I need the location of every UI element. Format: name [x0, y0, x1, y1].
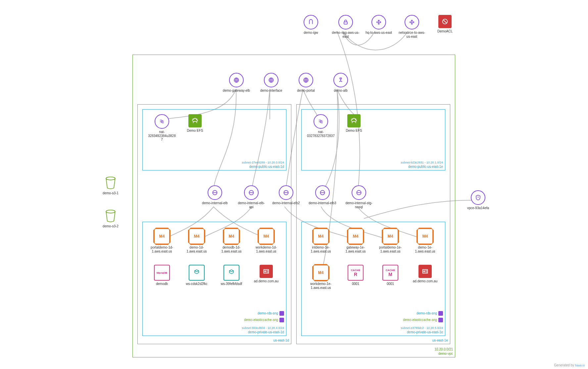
directory-1e[interactable]: ad.demo.com.au [411, 265, 440, 283]
cache-r[interactable]: CACHER 0001 [341, 265, 370, 286]
node-label: demo-internal-stg-nosql [344, 201, 373, 209]
elb-icon [315, 185, 330, 200]
ec2-work-1d[interactable]: M4 workdemo-1d-1.aws.east.us [252, 228, 281, 253]
node-label: portaldemo-1e-1.aws.east.us [376, 246, 405, 253]
node-label: nat-3283492384u38287 [147, 130, 176, 142]
svg-rect-7 [340, 78, 342, 79]
elb-int-api[interactable]: demo-internal-elb-api [237, 185, 266, 209]
node-label: demo-1e-1.aws.east.us [411, 246, 440, 253]
ec2-icon: M4 [382, 228, 398, 244]
s3b-label: demo-s3-2 [96, 224, 125, 228]
cache-icon: CACHER [348, 265, 364, 281]
arrows-icon [405, 15, 419, 29]
s3a-label: demo-s3-1 [96, 191, 125, 195]
node-label: portaldemo-1d-1.aws.east.us [147, 246, 176, 253]
elb-icon [352, 185, 366, 200]
workspace-icon [223, 265, 239, 281]
subnet-pub1-label: subnet-27es8289 - 10.20.0.0/24 demo-publ… [242, 161, 284, 169]
node-label: ad.demo.com.au [411, 279, 440, 283]
vpn1-node[interactable]: hq-to-aws-us-east [364, 15, 393, 35]
arrows-icon [371, 15, 386, 29]
elb-int-stg[interactable]: demo-internal-stg-nosql [344, 185, 373, 209]
directory-icon [260, 265, 273, 278]
ec2-demodb-1d[interactable]: M4 demodb-1d-1.aws.east.us [217, 228, 246, 253]
elb-int1[interactable]: demo-internal-elb [200, 185, 229, 205]
igw-icon [304, 15, 318, 29]
workspace-1[interactable]: ws-cdsk2d2fkc [182, 265, 211, 286]
s3a-node[interactable]: demo-s3-1 [96, 175, 125, 195]
acl-label: DemoACL [430, 29, 460, 33]
rds-sng-label: demo-rds-sng [416, 311, 443, 316]
node-label: demo-internal-elb3 [308, 201, 337, 205]
vpc-labels: 10.20.0.0/21 demo-vpc [434, 347, 453, 356]
ec2-demo-1e[interactable]: M4 demo-1e-1.aws.east.us [411, 228, 440, 253]
svg-point-14 [265, 271, 266, 272]
efs-icon [347, 114, 361, 127]
igw-node[interactable]: demo-igw [296, 15, 325, 35]
node-label: demo-gateway-elb [222, 89, 251, 93]
nat-icon [314, 114, 328, 129]
az1-label: us-east-1d [273, 339, 289, 343]
efs1-node[interactable]: Demo EFS [180, 114, 210, 133]
ec2-work-1e[interactable]: M4 workdemo-1e-1.aws.east.us [306, 265, 335, 290]
ec2-portal-1d[interactable]: M4 portaldemo-1d-1.aws.east.us [147, 228, 176, 253]
vpn2-label: netsource-to-aws-us-east [397, 31, 426, 38]
subnet-prv1-label: subnet-559cd604 - 10.20.4.0/24 demo-priv… [242, 326, 284, 334]
node-label: demo-alb [326, 89, 355, 93]
footer-brand-link[interactable]: hava.io [575, 364, 585, 367]
directory-icon [418, 265, 432, 278]
vpn2-node[interactable]: netsource-to-aws-us-east [397, 15, 426, 38]
alb-icon [333, 73, 348, 87]
node-label: demo-interface [257, 89, 286, 93]
ec2-icon: M4 [348, 228, 364, 244]
node-label: ad.demo.com.au [252, 279, 281, 283]
vpce-node[interactable]: vpce-93a14efa [464, 190, 493, 210]
vpg-node[interactable]: demo-vpg-aws-us-east [331, 15, 360, 38]
efs-icon [188, 114, 202, 127]
node-label: 0001 [341, 282, 370, 286]
mariadb-icon: MariaDB [154, 265, 170, 281]
elb-alb[interactable]: demo-alb [326, 73, 355, 93]
subnet-prv2-label: subnet-e3789dc2 - 10.20.5.0/24 demo-priv… [401, 326, 443, 334]
ec2-gateway-1e[interactable]: M4 gateway-1e-1.aws.east.us [341, 228, 370, 253]
node-label: workdemo-1e-1.aws.east.us [306, 282, 335, 290]
directory-1d[interactable]: ad.demo.com.au [252, 265, 281, 283]
cache-m[interactable]: CACHEM 0001 [376, 265, 405, 286]
endpoint-icon [471, 190, 485, 205]
efs2-node[interactable]: Demo EFS [339, 114, 368, 133]
elb-int3[interactable]: demo-internal-elb3 [308, 185, 337, 205]
ec2-icon: M4 [154, 228, 170, 244]
nat1-node[interactable]: nat-3283492384u38287 [147, 114, 176, 142]
elb-interface[interactable]: demo-interface [257, 73, 286, 93]
ec2-demo-1d[interactable]: M4 demo-1d-1.aws.east.us [182, 228, 211, 253]
node-label: workdemo-1d-1.aws.east.us [252, 246, 281, 253]
ec2-icon: M4 [258, 228, 274, 244]
subnet-pub2-label: subnet-b23c2831 - 10.20.1.0/24 demo-publ… [401, 161, 443, 169]
elb-portal[interactable]: demo-portal [291, 73, 320, 93]
node-label: demo-internal-elb [200, 201, 229, 205]
sng-swatch-icon [438, 318, 443, 322]
svg-point-3 [106, 210, 115, 213]
elb-icon [244, 185, 259, 200]
node-label: intdemo-1e-1.aws.east.us [306, 246, 335, 253]
bucket-icon [103, 175, 118, 190]
workspace-2[interactable]: ws-39fefkfdsdf [217, 265, 246, 286]
sng-swatch-icon [438, 311, 443, 316]
svg-point-16 [423, 271, 425, 272]
elb-gateway[interactable]: demo-gateway-elb [222, 73, 251, 93]
node-label: demo-portal [291, 89, 320, 93]
node-label: demo-internal-elb-api [237, 201, 266, 209]
node-label: Demo EFS [339, 129, 368, 133]
ec2-int-1e[interactable]: M4 intdemo-1e-1.aws.east.us [306, 228, 335, 253]
s3b-node[interactable]: demo-s3-2 [96, 208, 125, 228]
cache-sng-label: demo-elasticcache-sng [403, 318, 443, 322]
acl-node[interactable]: DemoACL [430, 15, 460, 33]
elb-int2[interactable]: demo-internal-elb2 [271, 185, 301, 205]
nat2-node[interactable]: nat-032783278372837 [306, 114, 335, 138]
cache-icon: CACHEM [382, 265, 398, 281]
ec2-icon: M4 [189, 228, 205, 244]
node-label: ws-cdsk2d2fkc [182, 282, 211, 286]
sng-swatch-icon [279, 311, 284, 316]
ec2-portal-1e[interactable]: M4 portaldemo-1e-1.aws.east.us [376, 228, 405, 253]
rds-demodb[interactable]: MariaDB demodb [147, 265, 176, 286]
